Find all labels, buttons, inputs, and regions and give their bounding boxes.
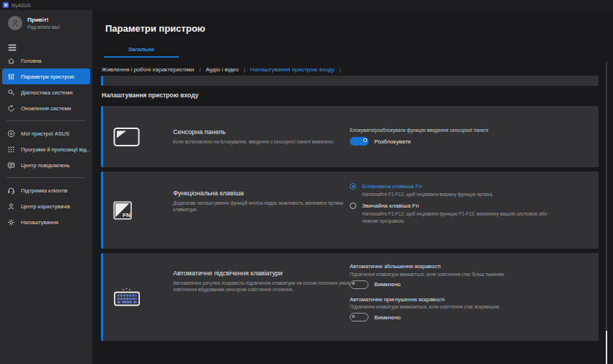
auto-brightness-down-group: Автоматичне приглушення яскравості Підсв… (350, 296, 588, 322)
titlebar: M MyASUS (0, 0, 613, 10)
radio-option-description: Натискайте F1-F12, щоб ініціювати вказан… (362, 191, 558, 198)
page-title: Параметри пристрою (105, 23, 206, 34)
diagnostics-magnifier-icon (7, 89, 15, 97)
toggle-knob (363, 138, 367, 142)
toggle-knob (352, 315, 355, 318)
tab-general[interactable]: Загальне (104, 46, 179, 58)
sidebar-item-label: Центр повідомлень (21, 162, 70, 169)
scrollbar-thumb[interactable] (606, 331, 607, 364)
user-greeting: Привіт! Раді вітати вас! (0, 10, 92, 30)
card-description: Коли встановлено на Блокування, введення… (173, 138, 350, 145)
headset-icon (7, 187, 15, 195)
avatar-person-icon (11, 19, 19, 27)
person-icon (7, 203, 15, 210)
keyboard-backlight-icon (113, 288, 141, 307)
sidebar-item-label: Оновлення системи (21, 105, 71, 112)
toggle-row: Вимкнено (350, 313, 588, 321)
touchpad-icon (113, 127, 140, 146)
sidebar-item-user-center[interactable]: Центр користувачів (2, 198, 90, 214)
card-description: Автоматично регулює яскравість підсвічен… (173, 280, 350, 293)
toggle-group-description: Підсвічення клавіатури вмикається, коли … (350, 272, 588, 277)
sidebar-item-label: Налаштування (21, 219, 58, 226)
devices-icon (7, 130, 15, 138)
sidebar-item-label: Центр користувачів (21, 203, 70, 210)
myasus-logo-icon: M (3, 2, 9, 8)
radio-option-locked-fn[interactable]: Блокована клавіша Fn (350, 183, 588, 190)
auto-brightness-up-toggle[interactable] (350, 280, 369, 289)
sliders-icon (7, 73, 15, 81)
sidebar-item-label: Діагностика системи (21, 89, 73, 96)
toggle-row: Вимкнено (350, 280, 588, 289)
fn-key-icon: FN (113, 201, 132, 220)
subnav-separator: | (244, 66, 245, 73)
toggle-group-label: Автоматичне збільшення яскравості (350, 263, 588, 270)
sidebar-item-label: Підтримка клієнтів (21, 187, 68, 194)
greeting-title: Привіт! (27, 17, 60, 23)
hamburger-icon (7, 43, 17, 53)
sidebar-item-label: Мої пристрої ASUS (21, 130, 69, 137)
sidebar-item-label: Програми й пропозиції від... (21, 146, 90, 153)
sidebar-item-message-center[interactable]: Центр повідомлень (2, 157, 90, 173)
touchpad-toggle[interactable] (350, 137, 369, 146)
radio-selected-icon[interactable] (350, 183, 356, 190)
card-text: Сенсорна панель Коли встановлено на Блок… (173, 128, 350, 145)
toggle-state-label: Вимкнено (374, 314, 401, 321)
card-controls: Автоматичне збільшення яскравості Підсві… (350, 263, 599, 329)
radio-option-description: Натискайте F1-F12, щоб ініціювати функці… (362, 210, 558, 225)
sidebar-item-device-settings[interactable]: Параметри пристрою (2, 68, 90, 84)
avatar[interactable] (8, 16, 22, 30)
menu-toggle-button[interactable] (7, 43, 17, 51)
subnav-input-device[interactable]: Налаштування пристрою входу (250, 66, 335, 73)
card-touchpad: Сенсорна панель Коли встановлено на Блок… (101, 106, 599, 167)
sidebar-item-settings[interactable]: Налаштування (2, 214, 90, 230)
touchpad-toggle-state-label: Розблокувати (374, 138, 411, 145)
section-title: Налаштування пристрою входу (102, 92, 198, 99)
app-title: MyASUS (12, 3, 30, 8)
svg-text:FN: FN (123, 212, 131, 218)
touchpad-toggle-row: Розблокувати (350, 137, 588, 146)
card-controls: Блокована клавіша Fn Натискайте F1-F12, … (350, 183, 599, 228)
subnav-power-performance[interactable]: Живлення і робочі характеристики (102, 66, 194, 73)
update-icon (7, 105, 15, 112)
touchpad-toggle-description: Блокувати/розблокувати функцію введення … (350, 128, 588, 133)
radio-label: Звичайна клавіша Fn (362, 203, 419, 209)
sidebar-divider (6, 120, 86, 121)
sidebar-item-customer-support[interactable]: Підтримка клієнтів (2, 182, 90, 198)
sidebar-nav: Головна Параметри пристрою Діагностика с… (0, 53, 92, 230)
message-icon (7, 161, 15, 169)
sidebar-item-label: Параметри пристрою (21, 74, 74, 80)
card-function-key: FN Функціональна клавіша Додаткове налаш… (101, 172, 599, 249)
auto-brightness-down-toggle[interactable] (350, 313, 369, 321)
card-text: Функціональна клавіша Додаткове налаштув… (173, 190, 350, 213)
subnav-separator: | (199, 66, 200, 73)
toggle-knob (352, 282, 355, 285)
sidebar-item-label: Головна (21, 58, 42, 64)
radio-unselected-icon[interactable] (350, 203, 356, 209)
card-text: Автоматичне підсвічення клавіатури Автом… (173, 270, 350, 293)
greeting-subtitle: Раді вітати вас! (27, 25, 60, 30)
sidebar: Привіт! Раді вітати вас! Головна (0, 10, 92, 364)
card-title: Сенсорна панель (173, 128, 350, 136)
greeting-text: Привіт! Раді вітати вас! (27, 17, 60, 30)
sidebar-item-apps-offers[interactable]: Програми й пропозиції від... (2, 141, 90, 157)
toggle-group-label: Автоматичне приглушення яскравості (350, 296, 588, 303)
toggle-state-label: Вимкнено (374, 281, 401, 288)
scrollbar-track[interactable] (606, 62, 607, 364)
apps-grid-icon (7, 146, 15, 154)
radio-label: Блокована клавіша Fn (362, 183, 422, 190)
card-controls: Блокувати/розблокувати функцію введення … (350, 128, 599, 146)
radio-option-normal-fn[interactable]: Звичайна клавіша Fn (350, 203, 588, 209)
card-title: Функціональна клавіша (173, 190, 350, 197)
auto-brightness-up-group: Автоматичне збільшення яскравості Підсві… (350, 263, 588, 289)
sidebar-item-system-update[interactable]: Оновлення системи (2, 100, 90, 116)
sidebar-item-home[interactable]: Головна (2, 53, 90, 68)
main-content: Параметри пристрою Загальне Живлення і р… (92, 10, 613, 364)
card-keyboard-backlight: Автоматичне підсвічення клавіатури Автом… (101, 253, 599, 341)
sidebar-item-diagnostics[interactable]: Діагностика системи (2, 84, 90, 100)
home-icon (7, 57, 15, 65)
subnav-audio-video[interactable]: Аудіо і відео (206, 66, 239, 73)
sidebar-item-my-devices[interactable]: Мої пристрої ASUS (2, 125, 90, 141)
gear-icon (7, 218, 15, 226)
card-title: Автоматичне підсвічення клавіатури (173, 270, 350, 277)
card-partial-above (101, 76, 599, 86)
